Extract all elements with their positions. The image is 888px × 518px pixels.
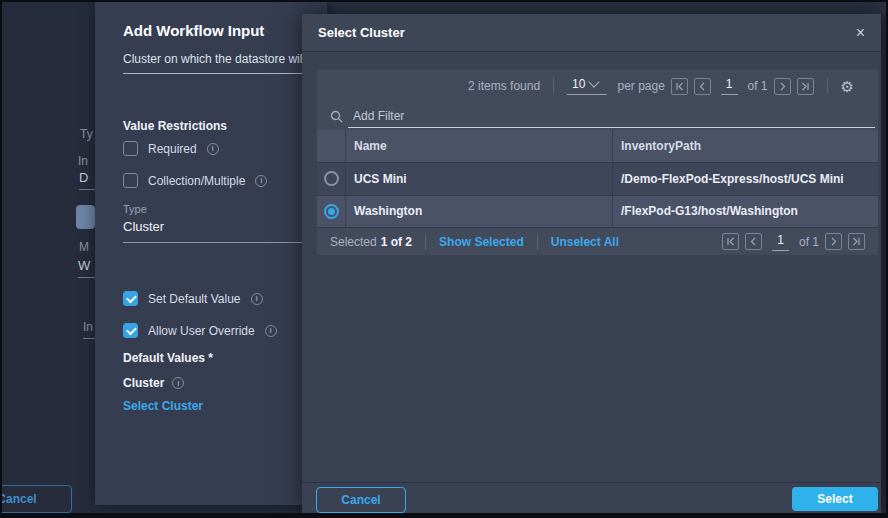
first-page-button[interactable] [722,233,739,250]
page-size-select[interactable]: 10 [567,77,607,95]
type-label: Type [123,203,147,215]
previous-page-button[interactable] [694,78,711,95]
backdrop-label-fragment: Ty [80,127,93,141]
modal-header: Select Cluster × [302,14,881,52]
previous-page-button[interactable] [745,233,762,250]
next-page-icon [778,82,787,91]
row-radio-cell[interactable] [317,196,345,228]
last-page-icon [801,82,810,91]
table-row[interactable]: UCS Mini /Demo-FlexPod-Express/host/UCS … [317,162,878,195]
search-icon [330,110,343,123]
set-default-value-label: Set Default Value [148,292,241,306]
selection-bar: Selected 1 of 2 Show Selected Unselect A… [317,227,878,255]
toolbar-divider [553,78,554,94]
required-checkbox-row[interactable]: Required i [123,141,219,156]
page-of-label: of 1 [799,235,819,249]
modal-footer: Cancel Select [302,482,881,513]
collection-multiple-checkbox[interactable] [123,173,138,188]
cluster-table: 2 items found 10 per page 1 of 1 [317,70,878,255]
first-page-icon [675,82,684,91]
page-size-value: 10 [572,77,585,91]
radio-selected-icon[interactable] [324,204,339,219]
info-icon[interactable]: i [265,325,277,337]
required-label: Required [148,142,197,156]
selection-pagination: 1 of 1 [716,233,865,251]
default-values-heading: Default Values * [123,351,213,365]
page-number-value: 1 [777,233,784,247]
allow-user-override-label: Allow User Override [148,324,255,338]
select-button[interactable]: Select [792,487,878,511]
row-radio-cell[interactable] [317,163,345,195]
default-cluster-label: Cluster [123,376,164,390]
selection-divider [537,234,538,250]
backdrop-input-fragment: W [78,258,96,278]
value-restrictions-heading: Value Restrictions [123,119,227,133]
filter-row: Add Filter [317,103,878,131]
page-number-input[interactable]: 1 [772,233,789,251]
page-number-input[interactable]: 1 [721,77,738,95]
selection-divider [425,234,426,250]
info-icon[interactable]: i [255,175,267,187]
selected-label: Selected [330,235,377,249]
chevron-down-icon [589,77,600,88]
page-stage: Ty In D M W In Cancel Add Workflow Input… [2,2,886,513]
select-cluster-modal: Select Cluster × 2 items found 10 per pa… [302,14,881,513]
last-page-button[interactable] [848,233,865,250]
row-name: Washington [345,196,612,228]
last-page-button[interactable] [797,78,814,95]
page-number-value: 1 [726,77,733,91]
table-toolbar: 2 items found 10 per page 1 of 1 [317,70,878,103]
type-dropdown[interactable]: Cluster [123,219,327,243]
page-of-label: of 1 [748,79,768,93]
selected-count: 1 of 2 [381,235,412,249]
set-default-value-checkbox-row[interactable]: Set Default Value i [123,291,263,306]
panel-title: Add Workflow Input [123,22,264,39]
set-default-value-checkbox[interactable] [123,291,138,306]
close-icon[interactable]: × [856,25,865,41]
row-inventorypath: /FlexPod-G13/host/Washington [612,196,878,228]
next-page-button[interactable] [774,78,791,95]
table-row[interactable]: Washington /FlexPod-G13/host/Washington [317,195,878,228]
previous-page-icon [749,237,758,246]
modal-title: Select Cluster [318,25,405,40]
allow-user-override-checkbox-row[interactable]: Allow User Override i [123,323,277,338]
show-selected-link[interactable]: Show Selected [439,235,524,249]
select-cluster-link[interactable]: Select Cluster [123,399,203,413]
column-header-name[interactable]: Name [345,130,612,162]
collection-multiple-checkbox-row[interactable]: Collection/Multiple i [123,173,267,188]
first-page-button[interactable] [671,78,688,95]
allow-user-override-checkbox[interactable] [123,323,138,338]
items-found-label: 2 items found [468,79,540,93]
backdrop-label-fragment: M [79,240,89,254]
previous-page-icon [698,82,707,91]
filter-underline [348,127,875,128]
next-page-button[interactable] [825,233,842,250]
row-inventorypath: /Demo-FlexPod-Express/host/UCS Mini [612,163,878,195]
info-icon[interactable]: i [172,377,184,389]
info-icon[interactable]: i [207,143,219,155]
next-page-icon [829,237,838,246]
gear-icon[interactable]: ⚙ [841,79,854,94]
background-header-strip [302,2,886,14]
table-header-row: Name InventoryPath [317,130,878,162]
filter-input[interactable]: Add Filter [353,109,404,123]
first-page-icon [726,237,735,246]
type-dropdown-value: Cluster [123,219,164,234]
backdrop-cancel-label: Cancel [2,492,37,506]
row-name: UCS Mini [345,163,612,195]
unselect-all-link[interactable]: Unselect All [551,235,619,249]
required-checkbox[interactable] [123,141,138,156]
description-input[interactable]: Cluster on which the datastore will [123,52,327,74]
backdrop-button-fragment [76,205,95,229]
column-header-inventorypath[interactable]: InventoryPath [612,130,878,162]
radio-unselected-icon[interactable] [324,171,339,186]
add-workflow-input-panel: Add Workflow Input Cluster on which the … [95,2,327,505]
collection-multiple-label: Collection/Multiple [148,174,245,188]
per-page-label: per page [617,79,664,93]
backdrop-cancel-button: Cancel [2,485,72,513]
info-icon[interactable]: i [251,293,263,305]
default-cluster-row: Cluster i [123,376,184,390]
backdrop-label-fragment: In [78,154,88,168]
backdrop-input-fragment: D [79,170,96,190]
cancel-button[interactable]: Cancel [316,487,406,513]
